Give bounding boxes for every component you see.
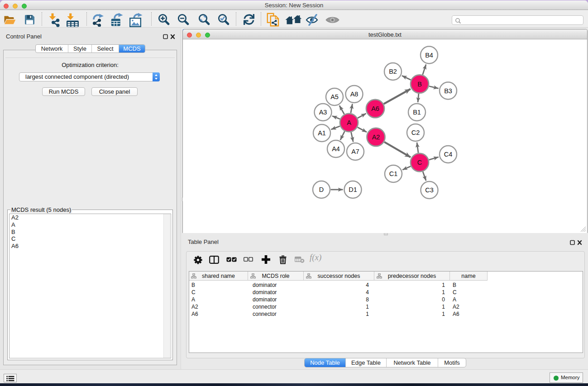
svg-text:C: C (417, 159, 422, 166)
svg-text:C4: C4 (444, 151, 453, 158)
svg-text:C1: C1 (389, 170, 398, 177)
svg-text:A8: A8 (350, 91, 359, 98)
svg-text:B4: B4 (425, 52, 433, 59)
svg-text:A7: A7 (351, 148, 359, 155)
svg-text:C2: C2 (411, 129, 420, 136)
svg-text:B3: B3 (444, 87, 452, 95)
svg-text:B2: B2 (389, 68, 397, 75)
svg-text:A6: A6 (371, 105, 379, 112)
svg-text:A1: A1 (318, 129, 326, 137)
svg-text:A3: A3 (319, 109, 327, 116)
svg-text:B1: B1 (413, 109, 421, 116)
svg-text:D1: D1 (349, 186, 357, 193)
svg-text:D: D (319, 186, 324, 193)
svg-text:A: A (347, 119, 351, 126)
svg-text:A5: A5 (330, 93, 339, 100)
svg-text:A4: A4 (332, 145, 340, 152)
svg-text:A2: A2 (372, 133, 380, 141)
svg-text:B: B (417, 81, 422, 88)
svg-text:C3: C3 (425, 186, 434, 194)
